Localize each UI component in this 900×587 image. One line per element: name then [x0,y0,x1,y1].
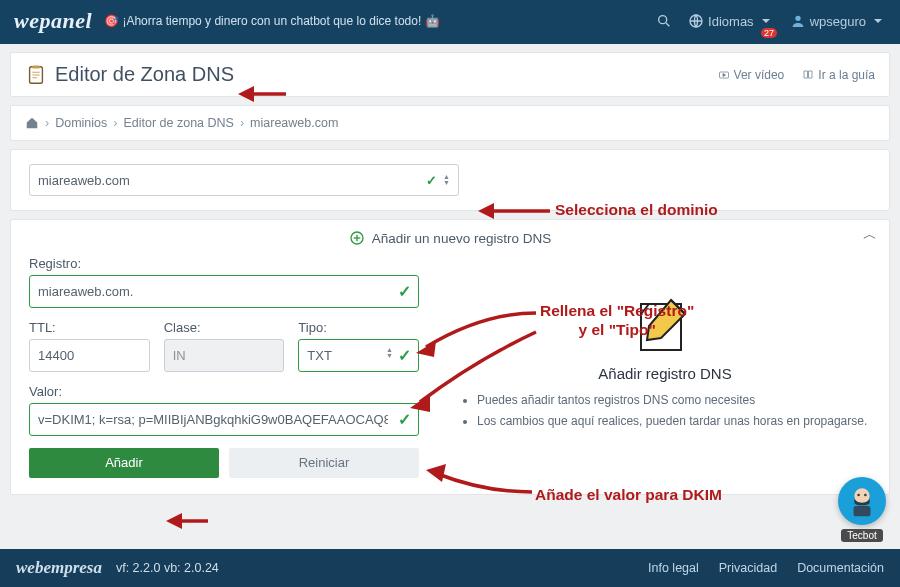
language-selector[interactable]: Idiomas [688,13,774,29]
footer-legal-link[interactable]: Info legal [648,561,699,575]
reset-button[interactable]: Reiniciar [229,448,419,478]
language-label: Idiomas [708,14,754,29]
check-icon: ✓ [426,173,437,188]
add-dns-record-panel: ︿ Añadir un nuevo registro DNS Registro:… [10,219,890,495]
chevron-down-icon [870,13,886,29]
ttl-input[interactable] [29,339,150,372]
go-to-guide-link[interactable]: Ir a la guía [802,68,875,82]
clase-label: Clase: [164,320,285,335]
user-menu[interactable]: wpseguro [790,13,886,29]
app-logo[interactable]: wepanel [14,8,92,34]
clipboard-icon [25,64,47,86]
footer-docs-link[interactable]: Documentación [797,561,884,575]
svg-rect-5 [32,65,39,68]
svg-point-23 [864,494,867,497]
globe-icon [688,13,704,29]
book-icon [802,69,814,81]
registro-label: Registro: [29,256,419,271]
topbar: wepanel 🎯 ¡Ahorra tiempo y dinero con un… [0,0,900,44]
footer: webempresa vf: 2.2.0 vb: 2.0.24 Info leg… [0,549,900,587]
page-title: Editor de Zona DNS [55,63,234,86]
home-icon[interactable] [25,116,39,130]
chatbot-launcher[interactable]: Tecbot [838,477,886,543]
user-label: wpseguro [810,14,866,29]
promo-text: 🎯 ¡Ahorra tiempo y dinero con un chatbot… [104,14,440,28]
page-title-panel: Editor de Zona DNS Ver vídeo Ir a la guí… [10,52,890,97]
breadcrumb: › Dominios › Editor de zona DNS › miarea… [10,105,890,141]
search-icon[interactable] [656,13,672,29]
breadcrumb-sep: › [113,116,117,130]
sort-icon: ▲▼ [443,174,450,186]
domain-select-value: miareaweb.com [38,173,130,188]
tipo-label: Tipo: [298,320,419,335]
help-tip: Puedes añadir tantos registros DNS como … [477,392,871,409]
panel-heading: Añadir un nuevo registro DNS [29,230,871,246]
watch-video-link[interactable]: Ver vídeo [718,68,785,82]
domain-select-panel: miareaweb.com ✓ ▲▼ [10,149,890,211]
svg-point-3 [795,16,800,21]
sort-icon: ▲▼ [386,347,393,359]
breadcrumb-sep: › [240,116,244,130]
footer-version: vf: 2.2.0 vb: 2.0.24 [116,561,219,575]
breadcrumb-current: miareaweb.com [250,116,338,130]
chevron-down-icon [758,13,774,29]
registro-input[interactable] [29,275,419,308]
footer-privacy-link[interactable]: Privacidad [719,561,777,575]
svg-line-1 [666,23,669,26]
plus-circle-icon [349,230,365,246]
svg-rect-21 [854,506,871,516]
watch-video-label: Ver vídeo [734,68,785,82]
svg-point-22 [857,494,860,497]
svg-point-20 [854,488,869,503]
breadcrumb-domains[interactable]: Dominios [55,116,107,130]
user-icon [790,13,806,29]
valor-label: Valor: [29,384,419,399]
ttl-label: TTL: [29,320,150,335]
panel-heading-text: Añadir un nuevo registro DNS [372,231,551,246]
note-pencil-icon [633,294,697,358]
clase-input [164,339,285,372]
svg-point-0 [659,16,667,24]
add-button[interactable]: Añadir [29,448,219,478]
go-to-guide-label: Ir a la guía [818,68,875,82]
domain-select[interactable]: miareaweb.com ✓ ▲▼ [29,164,459,196]
chatbot-label: Tecbot [841,529,882,542]
breadcrumb-dns-editor[interactable]: Editor de zona DNS [123,116,233,130]
bot-avatar-icon [845,484,879,518]
help-caption: Añadir registro DNS [459,365,871,382]
valor-input[interactable] [29,403,419,436]
play-icon [718,69,730,81]
help-sidebar: Añadir registro DNS Puedes añadir tantos… [459,256,871,478]
tipo-select[interactable] [298,339,419,372]
help-tip: Los cambios que aquí realices, pueden ta… [477,413,871,430]
breadcrumb-sep: › [45,116,49,130]
svg-marker-19 [166,513,182,529]
footer-logo: webempresa [16,558,102,578]
notification-badge[interactable]: 27 [761,28,777,38]
